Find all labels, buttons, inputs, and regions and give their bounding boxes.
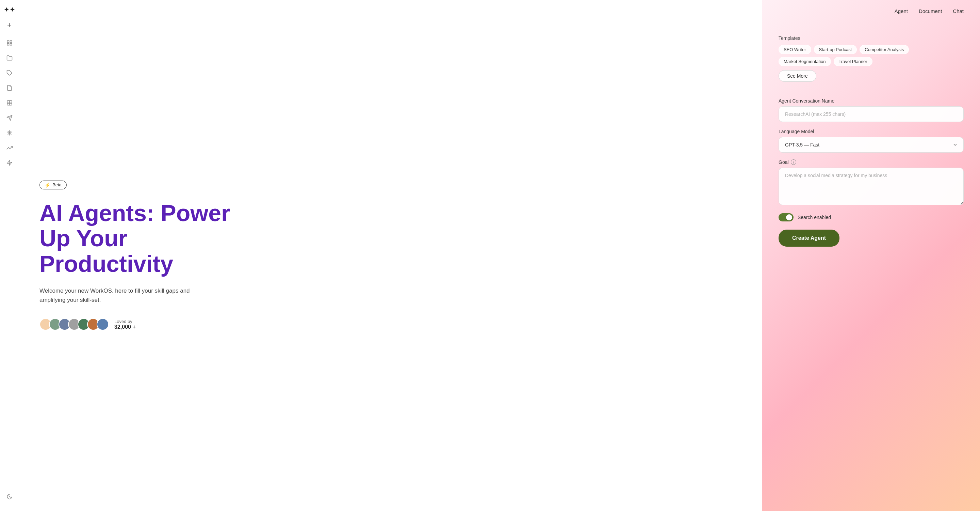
see-more-button[interactable]: See More bbox=[778, 70, 816, 82]
svg-rect-3 bbox=[10, 44, 11, 45]
agent-link[interactable]: Agent bbox=[894, 8, 908, 14]
template-competitor-analysis[interactable]: Competitor Analysis bbox=[859, 45, 909, 54]
top-nav: Agent Document Chat bbox=[894, 8, 964, 14]
search-enabled-toggle[interactable] bbox=[778, 213, 794, 222]
templates-row: SEO Writer Start-up Podcast Competitor A… bbox=[778, 45, 964, 66]
svg-rect-2 bbox=[7, 44, 9, 45]
app-logo: ✦✦ bbox=[4, 5, 15, 14]
hero-subtitle: Welcome your new WorkOS, here to fill yo… bbox=[40, 286, 210, 305]
sidebar-item-asterisk[interactable] bbox=[3, 127, 16, 139]
main-content: ⚡ Beta AI Agents: Power Up Your Producti… bbox=[19, 0, 980, 511]
templates-section: Templates SEO Writer Start-up Podcast Co… bbox=[778, 35, 964, 91]
svg-rect-0 bbox=[7, 40, 9, 42]
chat-link[interactable]: Chat bbox=[953, 8, 964, 14]
templates-label: Templates bbox=[778, 35, 964, 41]
sidebar-item-table[interactable] bbox=[3, 97, 16, 109]
sidebar-item-send[interactable] bbox=[3, 112, 16, 124]
goal-group: Goal i bbox=[778, 160, 964, 206]
conversation-name-label: Agent Conversation Name bbox=[778, 98, 964, 104]
language-model-group: Language Model GPT-3.5 — Fast GPT-4 — Po… bbox=[778, 129, 964, 153]
conversation-name-input[interactable] bbox=[778, 106, 964, 122]
toggle-thumb bbox=[786, 214, 792, 220]
goal-textarea[interactable] bbox=[778, 168, 964, 205]
sidebar-item-tag[interactable] bbox=[3, 67, 16, 79]
avatar-stack bbox=[40, 318, 109, 331]
beta-label: Beta bbox=[52, 182, 62, 187]
loved-by-count: 32,000 + bbox=[115, 324, 136, 330]
sidebar-item-bolt[interactable] bbox=[3, 157, 16, 169]
beta-badge: ⚡ Beta bbox=[40, 180, 67, 189]
template-market-segmentation[interactable]: Market Segmentation bbox=[778, 57, 831, 66]
loved-by-text: Loved by 32,000 + bbox=[115, 319, 136, 330]
document-link[interactable]: Document bbox=[919, 8, 942, 14]
create-agent-button[interactable]: Create Agent bbox=[778, 230, 840, 247]
sidebar-item-trend[interactable] bbox=[3, 142, 16, 154]
left-panel: ⚡ Beta AI Agents: Power Up Your Producti… bbox=[19, 0, 762, 511]
conversation-name-group: Agent Conversation Name bbox=[778, 98, 964, 122]
avatar bbox=[97, 318, 109, 331]
template-startup-podcast[interactable]: Start-up Podcast bbox=[814, 45, 857, 54]
sidebar-item-grid[interactable] bbox=[3, 37, 16, 49]
language-model-label: Language Model bbox=[778, 129, 964, 134]
sidebar-item-moon[interactable] bbox=[3, 490, 16, 503]
sidebar: ✦✦ + bbox=[0, 0, 19, 511]
svg-marker-15 bbox=[7, 160, 12, 166]
sidebar-item-folder[interactable] bbox=[3, 52, 16, 64]
hero-title: AI Agents: Power Up Your Productivity bbox=[40, 200, 237, 276]
goal-info-icon[interactable]: i bbox=[791, 160, 796, 165]
svg-rect-1 bbox=[10, 40, 11, 42]
right-panel: Agent Document Chat Templates SEO Writer… bbox=[762, 0, 980, 511]
template-travel-planner[interactable]: Travel Planner bbox=[834, 57, 872, 66]
add-button[interactable]: + bbox=[3, 19, 16, 31]
template-seo-writer[interactable]: SEO Writer bbox=[778, 45, 811, 54]
goal-label: Goal i bbox=[778, 160, 964, 165]
beta-icon: ⚡ bbox=[45, 182, 50, 188]
loved-by-section: Loved by 32,000 + bbox=[40, 318, 742, 331]
form-area: Templates SEO Writer Start-up Podcast Co… bbox=[778, 35, 964, 247]
search-enabled-row: Search enabled bbox=[778, 213, 964, 222]
sidebar-item-note[interactable] bbox=[3, 82, 16, 94]
loved-by-label: Loved by bbox=[115, 319, 136, 324]
language-model-select[interactable]: GPT-3.5 — Fast GPT-4 — Powerful Claude 3… bbox=[778, 137, 964, 153]
search-enabled-label: Search enabled bbox=[798, 215, 831, 220]
